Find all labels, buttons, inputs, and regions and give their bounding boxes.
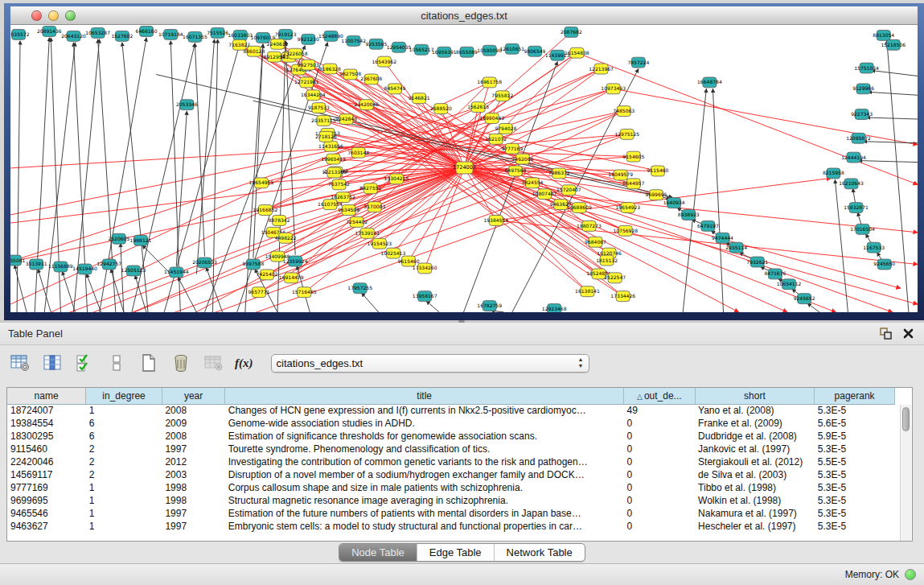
- graph-node-teal[interactable]: 8938923: [678, 210, 700, 220]
- graph-node-teal[interactable]: 6479197: [697, 220, 719, 231]
- graph-node-yellow[interactable]: 1621072: [485, 134, 507, 144]
- graph-node-teal[interactable]: 9921230: [298, 34, 319, 44]
- new-column-button[interactable]: [138, 352, 159, 373]
- graph-node-teal[interactable]: 15218506: [881, 39, 906, 50]
- graph-node-yellow[interactable]: 7637542: [328, 179, 350, 190]
- graph-node-yellow[interactable]: 20357115: [311, 116, 336, 126]
- graph-node-yellow[interactable]: 16914479: [279, 273, 304, 283]
- graph-node-yellow[interactable]: 8878342: [269, 216, 290, 226]
- graph-node-teal[interactable]: 12610651: [500, 43, 525, 54]
- graph-node-teal[interactable]: 8813054: [873, 30, 894, 40]
- table-row[interactable]: 969969511998Structural magnetic resonanc…: [7, 494, 895, 507]
- graph-node-teal[interactable]: 3313911: [26, 259, 47, 270]
- graph-node-teal[interactable]: 12942757: [97, 259, 121, 270]
- table-row[interactable]: 2242004622012Investigating the contribut…: [7, 455, 895, 468]
- table-row[interactable]: 1830029562008Estimation of significance …: [7, 430, 895, 443]
- column-header-year[interactable]: year: [162, 388, 224, 404]
- graph-node-teal[interactable]: 12923468: [542, 304, 567, 312]
- graph-node-teal[interactable]: 12505123: [121, 266, 146, 276]
- table-vertical-scrollbar[interactable]: [900, 405, 911, 542]
- column-header-in_degree[interactable]: in_degree: [86, 388, 162, 404]
- graph-node-teal[interactable]: 16071355: [183, 31, 207, 42]
- graph-node-teal[interactable]: 11156889: [48, 262, 73, 272]
- graph-node-teal[interactable]: 16959391: [432, 47, 457, 57]
- graph-node-teal[interactable]: 15932871: [844, 203, 869, 213]
- graph-node-yellow[interactable]: 17334260: [413, 263, 437, 274]
- graph-node-teal[interactable]: 2035572: [10, 29, 30, 39]
- graph-node-yellow[interactable]: 16990443: [479, 113, 504, 124]
- graph-node-yellow[interactable]: 11431656: [318, 141, 343, 151]
- graph-node-yellow[interactable]: 8454749: [384, 84, 406, 94]
- graph-node-yellow[interactable]: 16543962: [372, 56, 397, 67]
- graph-node-teal[interactable]: 20891436: [37, 26, 62, 36]
- graph-node-teal[interactable]: 16033803: [228, 30, 253, 40]
- graph-node-teal[interactable]: 15248890: [318, 31, 343, 41]
- graph-node-teal[interactable]: 20643120: [61, 31, 86, 41]
- table-row[interactable]: 1872400712008Changes of HCN gene express…: [7, 404, 895, 417]
- table-row[interactable]: 1938455462009Genome-wide association stu…: [7, 417, 895, 430]
- graph-node-yellow[interactable]: 2522547: [604, 273, 626, 283]
- graph-node-teal[interactable]: 7857224: [627, 57, 649, 68]
- float-panel-icon[interactable]: [877, 327, 893, 341]
- graph-node-teal[interactable]: 13958167: [413, 291, 437, 302]
- graph-node-teal[interactable]: 8655089: [456, 47, 478, 57]
- network-window-titlebar[interactable]: citations_edges.txt: [10, 6, 918, 25]
- graph-node-yellow[interactable]: 7986372: [548, 168, 570, 179]
- graph-node-yellow[interactable]: 2718126: [315, 131, 337, 142]
- select-rows-button[interactable]: [74, 352, 95, 373]
- graph-node-teal[interactable]: 9245652: [794, 294, 815, 304]
- table-settings-button[interactable]: [10, 352, 31, 373]
- table-selector-dropdown[interactable]: citations_edges.txt ▲▼: [271, 354, 589, 373]
- graph-node-teal[interactable]: 5435081: [10, 255, 26, 266]
- column-header-out_de[interactable]: △out_de...: [624, 388, 696, 404]
- graph-node-yellow[interactable]: 9154605: [622, 151, 644, 162]
- graph-node-yellow[interactable]: 16138141: [575, 286, 600, 297]
- graph-node-yellow[interactable]: 19654923: [615, 203, 640, 213]
- graph-node-yellow[interactable]: 9115460: [647, 166, 669, 176]
- graph-node-teal[interactable]: 17957255: [347, 283, 372, 294]
- graph-node-teal[interactable]: 9245650: [873, 259, 895, 270]
- graph-node-yellow[interactable]: 9657771: [248, 287, 269, 298]
- graph-node-yellow[interactable]: 2367608: [360, 74, 382, 84]
- close-panel-icon[interactable]: [900, 327, 916, 341]
- column-header-short[interactable]: short: [695, 388, 815, 404]
- table-row[interactable]: 911546021997Tourette syndrome. Phenomeno…: [7, 443, 895, 455]
- close-window-icon[interactable]: [31, 10, 42, 21]
- graph-node-teal[interactable]: 1167533: [863, 242, 885, 253]
- graph-node-teal[interactable]: 9806549: [524, 46, 546, 56]
- graph-node-yellow[interactable]: 9146821: [409, 93, 430, 104]
- graph-node-yellow[interactable]: 10973493: [601, 84, 626, 94]
- graph-node-teal[interactable]: 1988121: [130, 235, 152, 245]
- delete-column-button[interactable]: [170, 352, 191, 373]
- graph-node-teal[interactable]: 6466160: [136, 26, 158, 36]
- column-header-pagerank[interactable]: pagerank: [815, 388, 895, 404]
- graph-node-teal[interactable]: 11451944: [164, 267, 189, 278]
- show-column-button[interactable]: [42, 352, 63, 373]
- graph-node-yellow[interactable]: 1815132: [596, 255, 618, 266]
- graph-node-yellow[interactable]: 2588520: [430, 104, 452, 114]
- zoom-window-icon[interactable]: [65, 10, 76, 21]
- graph-node-yellow[interactable]: 19654955: [249, 178, 274, 188]
- column-header-title[interactable]: title: [225, 388, 624, 404]
- graph-node-teal[interactable]: 16782759: [477, 301, 502, 311]
- row-height-button[interactable]: [106, 352, 127, 373]
- graph-node-teal[interactable]: 10590090: [477, 45, 502, 56]
- graph-node-yellow[interactable]: 10756928: [613, 225, 638, 236]
- tab-network-table[interactable]: Network Table: [494, 544, 585, 561]
- graph-node-yellow[interactable]: 7254402: [346, 216, 368, 227]
- graph-node-teal[interactable]: 16648784: [697, 77, 722, 88]
- table-row[interactable]: 946362711997Embryonic stem cells: a mode…: [7, 520, 895, 533]
- network-graph-canvas[interactable]: 2035572208914362064312010653287152760264…: [10, 25, 918, 312]
- graph-node-teal[interactable]: 15751074: [854, 63, 879, 73]
- graph-node-yellow[interactable]: 1562615: [467, 102, 489, 113]
- tab-node-table[interactable]: Node Table: [339, 544, 417, 561]
- graph-node-yellow[interactable]: 12213363: [322, 167, 347, 178]
- tab-edge-table[interactable]: Edge Table: [417, 544, 494, 561]
- graph-node-teal[interactable]: 7919123: [275, 29, 297, 39]
- table-row[interactable]: 1456911722003Disruption of a novel membe…: [7, 468, 895, 481]
- network-view-window[interactable]: citations_edges.txt 20355722089143620643…: [4, 3, 924, 320]
- graph-node-yellow[interactable]: 19154523: [368, 238, 392, 249]
- table-row[interactable]: 946554611997Estimation of the future num…: [7, 507, 895, 520]
- graph-node-hub[interactable]: 1724007: [453, 162, 476, 174]
- graph-node-teal[interactable]: 7515526: [207, 27, 228, 38]
